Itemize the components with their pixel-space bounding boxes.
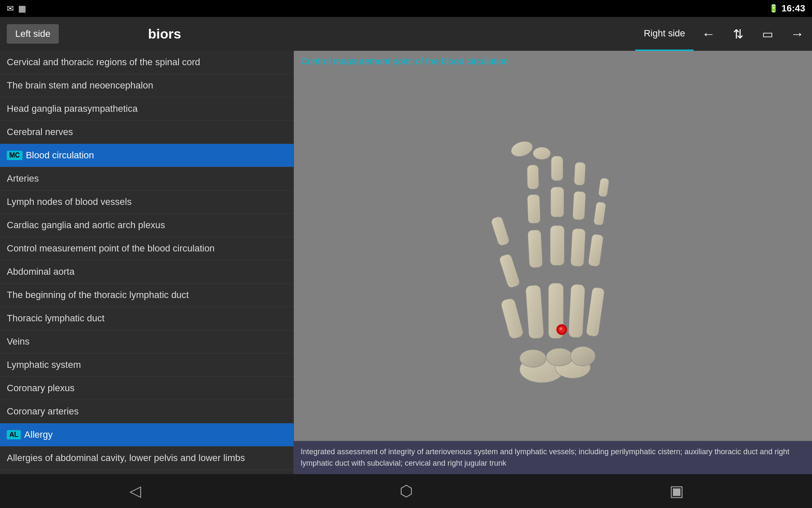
nav-back-button[interactable]: ← [694,17,723,51]
svg-point-25 [509,138,535,159]
list-item-label: The beginning of the thoracic lymphatic … [7,290,189,301]
list-item-label: Control measurement point of the blood c… [7,243,215,254]
list-item[interactable]: Coronary arteries [0,400,294,423]
svg-rect-21 [588,234,604,267]
list-item-label: Allergies of abdominal cavity, lower pel… [7,453,245,464]
svg-rect-12 [528,229,543,268]
svg-rect-18 [571,228,586,266]
list-item[interactable]: Cervical and thoracic regions of the spi… [0,51,294,74]
skeleton-container [294,72,812,441]
bottom-recents-button[interactable]: ▣ [656,478,698,504]
arrow-right-icon: → [790,26,804,42]
left-panel: Cervical and thoracic regions of the spi… [0,51,294,474]
right-side-button[interactable]: Right side [635,17,694,51]
left-side-button[interactable]: Left side [7,24,59,44]
list-item-label: The brain stem and neoencephalon [7,80,153,91]
list-item[interactable]: Lymphatic system [0,353,294,377]
list-item[interactable]: Lymph nodes of blood vessels [0,190,294,214]
right-controls: Right side ← ⇅ ▭ → [635,17,812,51]
list-item[interactable]: Abdominal aorta [0,260,294,284]
app-title: biors [148,26,181,42]
svg-rect-22 [593,201,606,225]
list-item-label: Veins [7,336,30,347]
svg-rect-20 [574,162,586,185]
svg-point-24 [533,147,551,160]
svg-rect-10 [499,253,521,289]
status-bar-left: ✉ ▦ [7,3,26,14]
description-box: Integrated assessment of integrity of ar… [294,441,812,474]
svg-rect-6 [525,284,544,339]
list-item-label: Lymph nodes of blood vessels [7,196,132,207]
home-icon: ⬡ [400,482,413,500]
list-item-label: Blood circulation [26,150,94,161]
svg-rect-9 [586,287,605,337]
svg-rect-15 [550,225,564,265]
top-bar: Left side biors Right side ← ⇅ ▭ → [0,17,812,51]
list-item-label: Cerebral nerves [7,127,73,138]
bottom-home-button[interactable]: ⬡ [385,478,427,504]
list-item-label: Allergy [24,429,52,440]
list-item[interactable]: MCBlood circulation [0,144,294,167]
list-item-label: Thoracic lymphatic duct [7,313,104,324]
recents-icon: ▣ [669,482,684,500]
hand-skeleton-svg [464,113,641,400]
list-item-label: Arteries [7,173,39,184]
grid-icon: ▦ [18,3,26,14]
upload-icon: ⇅ [733,27,743,41]
image-area [294,72,812,441]
list-item[interactable]: Control measurement point of the blood c… [0,237,294,260]
nav-upload-button[interactable]: ⇅ [723,17,753,51]
status-bar: ✉ ▦ 🔋 16:43 [0,0,812,17]
calendar-icon: ▭ [762,27,773,41]
list-item-label: Coronary plexus [7,383,74,394]
svg-rect-17 [551,156,563,181]
list-item[interactable]: Veins [0,330,294,353]
list-item[interactable]: The beginning of the thoracic lymphatic … [0,284,294,307]
mail-icon: ✉ [7,3,14,14]
list-item[interactable]: Arteries [0,167,294,190]
badge-al: AL [7,430,21,439]
list-item[interactable]: Head ganglia parasympathetica [0,97,294,121]
list-item[interactable]: Cerebral nerves [0,121,294,144]
arrow-left-icon: ← [702,26,715,42]
svg-rect-19 [573,191,586,220]
list-item-label: Coronary arteries [7,406,79,417]
list-item[interactable]: Lymphodynamic compromise in vascular les… [0,470,294,474]
list-item[interactable]: Coronary plexus [0,377,294,400]
nav-calendar-button[interactable]: ▭ [753,17,782,51]
list-item[interactable]: Thoracic lymphatic duct [0,307,294,330]
main-content: Cervical and thoracic regions of the spi… [0,51,812,474]
svg-rect-11 [491,215,510,246]
nav-forward-button[interactable]: → [782,17,812,51]
battery-icon: 🔋 [769,4,778,13]
svg-rect-23 [598,177,609,197]
time-display: 16:43 [782,3,805,14]
list-item-label: Abdominal aorta [7,266,74,277]
list-item[interactable]: The brain stem and neoencephalon [0,74,294,97]
svg-point-3 [546,348,573,366]
svg-rect-5 [500,297,524,340]
bottom-bar: ◁ ⬡ ▣ [0,474,812,508]
svg-rect-8 [568,284,585,338]
bottom-back-button[interactable]: ◁ [114,478,156,504]
list-item[interactable]: Cardiac ganglia and aortic arch plexus [0,214,294,237]
list-item-label: Cardiac ganglia and aortic arch plexus [7,220,165,231]
svg-point-4 [571,346,595,366]
info-title: Control measurement point of the blood c… [294,51,812,72]
right-panel: Control measurement point of the blood c… [294,51,812,474]
back-icon: ◁ [129,482,141,500]
svg-point-2 [520,349,546,367]
status-bar-right: 🔋 16:43 [769,3,805,14]
list-item-label: Lymphatic system [7,359,81,370]
list-item-label: Head ganglia parasympathetica [7,103,137,114]
svg-rect-13 [527,194,541,224]
badge-mc: MC [7,151,22,160]
svg-rect-16 [551,187,564,217]
list-item-label: Cervical and thoracic regions of the spi… [7,57,200,68]
list-item[interactable]: Allergies of abdominal cavity, lower pel… [0,447,294,470]
svg-point-27 [560,327,562,330]
svg-rect-14 [527,165,539,189]
list-item[interactable]: ALAllergy [0,423,294,447]
